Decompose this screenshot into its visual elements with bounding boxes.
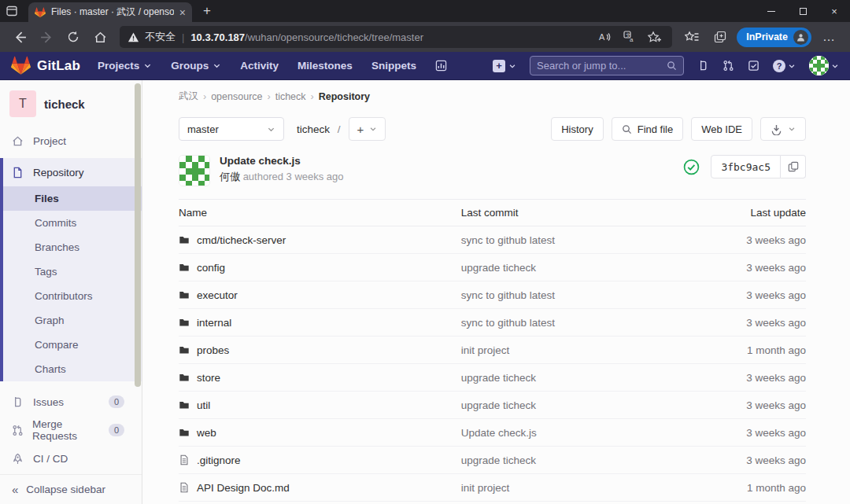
path-project-link[interactable]: ticheck [297,123,330,135]
breadcrumb-project[interactable]: ticheck [275,91,306,102]
file-name-link[interactable]: .gitignore [179,454,461,466]
column-header-last-commit: Last commit [461,200,668,226]
last-commit-link[interactable]: upgrade ticheck [461,454,536,466]
file-name-link[interactable]: store [179,372,461,384]
url-host: 10.3.70.187 [190,31,245,43]
sidebar-item-merge-requests[interactable]: Merge Requests 0 [0,416,142,444]
collections-button[interactable] [708,25,732,49]
file-name-link[interactable]: web [179,427,461,439]
new-tab-button[interactable]: + [203,3,211,19]
last-commit-link[interactable]: Update check.js [461,427,537,439]
last-commit-link[interactable]: upgrade ticheck [461,372,536,384]
home-button[interactable] [88,25,112,49]
add-file-dropdown[interactable]: + [349,117,386,141]
breadcrumb-namespace[interactable]: opensource [211,91,262,102]
tab-close-icon[interactable]: × [179,7,186,18]
new-dropdown-button[interactable]: + [493,60,516,72]
issues-icon [12,396,24,408]
browser-tab[interactable]: Files · master · 武汉 / opensourc × [28,2,192,22]
collapse-icon: « [12,483,18,496]
menu-milestones[interactable]: Milestones [298,60,353,72]
address-bar[interactable]: 不安全 | 10.3.70.187/wuhan/opensource/tiche… [120,26,672,48]
commit-title-link[interactable]: Update check.js [220,155,344,167]
tab-actions-button[interactable] [0,0,24,22]
favorites-button[interactable] [680,25,704,49]
last-commit-link[interactable]: upgrade ticheck [461,262,536,274]
sidebar-subitem-files[interactable]: Files [3,186,142,211]
charts-nav-button[interactable] [435,60,447,72]
last-update-time: 3 weeks ago [746,262,806,274]
merge-requests-nav-button[interactable] [722,60,734,72]
close-button[interactable]: × [819,0,850,22]
last-commit-link[interactable]: sync to github latest [461,289,555,301]
sidebar-item-project[interactable]: Project [0,127,142,155]
sidebar-subitem-branches[interactable]: Branches [3,235,142,259]
plus-icon: + [357,123,364,136]
sidebar-subitem-commits[interactable]: Commits [3,211,142,235]
last-commit-link[interactable]: init project [461,482,510,494]
last-commit-link[interactable]: sync to github latest [461,234,555,246]
folder-icon [179,317,190,328]
branch-selector[interactable]: master [179,117,284,141]
repository-section: Repository Files Commits Branches Tags C… [0,158,142,381]
maximize-button[interactable] [787,0,819,22]
copy-sha-button[interactable] [781,155,806,178]
sidebar-item-repository[interactable]: Repository [3,158,142,186]
menu-groups[interactable]: Groups [171,60,221,72]
sidebar-subitem-graph[interactable]: Graph [3,308,142,333]
rocket-icon [12,453,24,465]
file-name-link[interactable]: API Design Doc.md [179,482,461,494]
last-commit-link[interactable]: sync to github latest [461,317,555,329]
add-favorite-button[interactable] [645,28,664,46]
security-chip[interactable]: 不安全 [128,30,176,44]
sidebar-item-cicd[interactable]: CI / CD [0,444,142,473]
minimize-button[interactable] [756,0,787,22]
sidebar-subitem-compare[interactable]: Compare [3,333,142,357]
file-name-link[interactable]: util [179,399,461,411]
last-commit-link[interactable]: init project [461,344,510,356]
file-name-link[interactable]: cmd/ticheck-server [179,234,461,246]
gitlab-brand[interactable]: GitLab [11,56,80,75]
project-header[interactable]: T ticheck [0,80,142,127]
issues-nav-button[interactable] [697,60,709,72]
sidebar-item-issues[interactable]: Issues 0 [0,388,142,416]
download-dropdown-button[interactable] [760,117,806,141]
pipeline-status-icon[interactable] [683,159,700,175]
commit-sha-group: 3fbc9ac5 [711,155,806,178]
search-input[interactable] [537,60,662,72]
file-name-link[interactable]: executor [179,289,461,301]
file-name-link[interactable]: probes [179,344,461,356]
collapse-sidebar-button[interactable]: « Collapse sidebar [0,474,142,504]
sidebar-subitem-charts[interactable]: Charts [3,357,142,381]
back-button[interactable] [8,25,31,49]
menu-snippets[interactable]: Snippets [371,60,416,72]
folder-icon [179,427,190,438]
last-commit-link[interactable]: upgrade ticheck [461,399,536,411]
menu-activity[interactable]: Activity [240,60,279,72]
forward-button[interactable] [35,25,58,49]
translate-button[interactable] [620,28,639,46]
file-name-link[interactable]: internal [179,317,461,329]
refresh-button[interactable] [61,25,85,49]
help-dropdown-button[interactable]: ? [773,60,796,72]
menu-projects[interactable]: Projects [98,60,152,72]
sidebar-scrollbar[interactable] [135,83,141,387]
commit-sha[interactable]: 3fbc9ac5 [711,155,781,178]
commit-author-link[interactable]: 何傲 [220,171,240,182]
breadcrumb-group[interactable]: 武汉 [179,90,198,103]
repository-icon [12,167,24,178]
todos-nav-button[interactable] [748,60,759,72]
sidebar-subitem-contributors[interactable]: Contributors [3,284,142,308]
read-aloud-button[interactable] [595,28,614,46]
sidebar-subitem-tags[interactable]: Tags [3,259,142,284]
browser-tab-bar: Files · master · 武汉 / opensourc × + × [0,0,850,22]
file-name-link[interactable]: config [179,262,461,274]
browser-menu-button[interactable]: … [816,30,842,44]
inprivate-badge[interactable]: InPrivate [737,28,811,47]
web-ide-button[interactable]: Web IDE [691,117,752,141]
navbar-search[interactable] [530,56,684,75]
history-button[interactable]: History [551,117,603,141]
inprivate-label: InPrivate [746,31,788,42]
find-file-button[interactable]: Find file [612,117,684,141]
user-menu-button[interactable] [809,56,839,75]
